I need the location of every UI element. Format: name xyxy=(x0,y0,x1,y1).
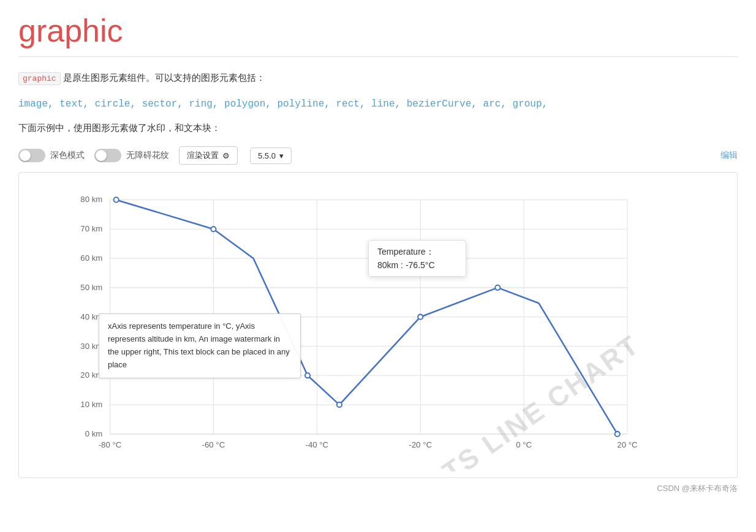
svg-text:50 km: 50 km xyxy=(80,283,102,292)
chevron-down-icon: ▾ xyxy=(279,151,284,160)
element-list: image, text, circle, sector, ring, polyg… xyxy=(18,94,738,114)
accessible-label: 无障碍花纹 xyxy=(126,150,169,161)
description1-suffix: 是原生图形元素组件。可以支持的图形元素包括： xyxy=(63,72,265,83)
description2: 下面示例中，使用图形元素做了水印，和文本块： xyxy=(18,122,738,134)
svg-text:-80 °C: -80 °C xyxy=(99,441,122,450)
svg-point-36 xyxy=(337,402,342,407)
page-title: graphic xyxy=(18,12,738,49)
accessible-toggle-wrap: 无障碍花纹 xyxy=(94,149,169,162)
dark-mode-toggle[interactable] xyxy=(18,149,45,162)
svg-text:80 km: 80 km xyxy=(80,195,102,204)
svg-point-32 xyxy=(114,198,119,203)
code-label: graphic xyxy=(18,72,61,85)
svg-text:20 °C: 20 °C xyxy=(617,441,638,450)
footer-credit: CSDN @来杯卡布奇洛 xyxy=(18,483,738,494)
render-settings-button[interactable]: 渲染设置 ⚙ xyxy=(179,146,238,165)
svg-text:ECHARTS LINE CHART: ECHARTS LINE CHART xyxy=(349,329,645,471)
gear-icon: ⚙ xyxy=(222,151,230,160)
svg-text:60 km: 60 km xyxy=(80,254,102,263)
svg-text:10 km: 10 km xyxy=(80,400,102,410)
chart-area: 0 km 10 km 20 km 30 km 40 km 50 km 60 km… xyxy=(25,185,731,471)
svg-text:0 km: 0 km xyxy=(85,429,103,438)
title-divider xyxy=(18,56,738,57)
svg-point-34 xyxy=(305,373,310,378)
accessible-toggle[interactable] xyxy=(94,149,121,162)
svg-text:-40 °C: -40 °C xyxy=(305,441,328,450)
info-box: xAxis represents temperature in °C, yAxi… xyxy=(99,313,301,378)
version-label: 5.5.0 xyxy=(258,151,276,160)
toolbar: 深色模式 无障碍花纹 渲染设置 ⚙ 5.5.0 ▾ 编辑 xyxy=(18,146,738,165)
version-select[interactable]: 5.5.0 ▾ xyxy=(250,148,292,164)
svg-point-33 xyxy=(211,227,216,232)
render-settings-label: 渲染设置 xyxy=(187,150,219,161)
svg-point-35 xyxy=(418,315,423,320)
svg-text:-20 °C: -20 °C xyxy=(409,441,432,450)
info-box-text: xAxis represents temperature in °C, yAxi… xyxy=(108,321,290,369)
chart-container: 0 km 10 km 20 km 30 km 40 km 50 km 60 km… xyxy=(18,172,738,478)
svg-text:70 km: 70 km xyxy=(80,225,102,234)
dark-mode-toggle-wrap: 深色模式 xyxy=(18,149,85,162)
svg-point-38 xyxy=(615,432,620,436)
description1: graphic 是原生图形元素组件。可以支持的图形元素包括： xyxy=(18,69,738,86)
edit-link[interactable]: 编辑 xyxy=(720,150,738,161)
dark-mode-label: 深色模式 xyxy=(50,150,85,161)
svg-point-37 xyxy=(495,285,500,290)
svg-text:-60 °C: -60 °C xyxy=(202,441,225,450)
